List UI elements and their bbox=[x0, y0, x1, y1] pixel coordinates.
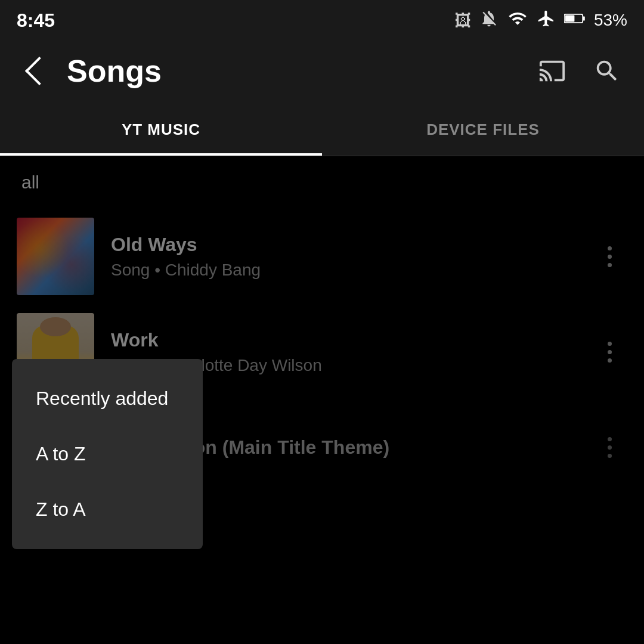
search-button[interactable] bbox=[587, 51, 627, 91]
back-arrow-icon bbox=[25, 57, 54, 85]
tab-active-indicator bbox=[0, 153, 322, 156]
battery-percentage: 53% bbox=[594, 11, 627, 30]
back-button[interactable] bbox=[17, 51, 57, 91]
sort-option-recently-added[interactable]: Recently added bbox=[12, 371, 203, 426]
battery-icon bbox=[564, 10, 586, 31]
svg-rect-1 bbox=[583, 16, 585, 20]
header-icons bbox=[532, 51, 627, 91]
sort-option-a-to-z[interactable]: A to Z bbox=[12, 426, 203, 482]
app-bar: Songs bbox=[0, 38, 644, 104]
sort-dropdown: Recently added A to Z Z to A bbox=[12, 359, 203, 549]
status-bar: 8:45 🖼 53% bbox=[0, 0, 644, 38]
wifi-icon bbox=[507, 9, 528, 32]
sort-option-z-to-a[interactable]: Z to A bbox=[12, 482, 203, 537]
content-area: all Old Ways Song • Chiddy Bang Work Son… bbox=[0, 156, 644, 644]
tab-yt-music-label: YT MUSIC bbox=[122, 120, 200, 139]
gallery-icon: 🖼 bbox=[454, 11, 471, 30]
status-time: 8:45 bbox=[17, 10, 55, 32]
tab-device-files[interactable]: DEVICE FILES bbox=[322, 104, 644, 156]
airplane-icon bbox=[537, 9, 556, 32]
tab-device-files-label: DEVICE FILES bbox=[426, 120, 540, 139]
svg-rect-2 bbox=[565, 15, 575, 21]
status-icons: 🖼 53% bbox=[454, 9, 627, 32]
page-title: Songs bbox=[67, 53, 532, 89]
notification-muted-icon bbox=[479, 9, 499, 32]
tabs: YT MUSIC DEVICE FILES bbox=[0, 104, 644, 156]
tab-yt-music[interactable]: YT MUSIC bbox=[0, 104, 322, 156]
cast-button[interactable] bbox=[532, 51, 572, 91]
